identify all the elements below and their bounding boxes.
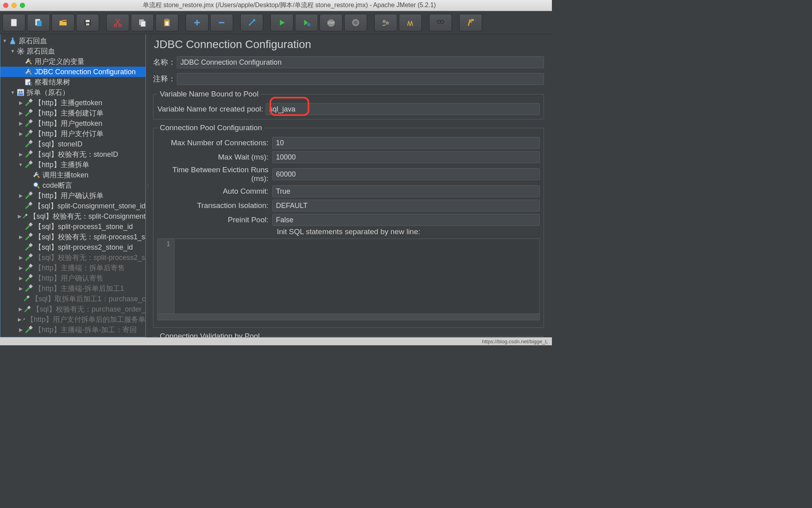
tree-node[interactable]: 【http】主播gettoken: [0, 98, 146, 108]
tree-node[interactable]: 【sql】split-Consignment_stone_id: [0, 201, 146, 211]
pool-field-input[interactable]: DEFAULT: [272, 200, 540, 212]
tree-arrow-icon[interactable]: [2, 38, 8, 44]
window-controls: [3, 3, 25, 8]
toolbar-function-helper-button[interactable]: [459, 14, 482, 31]
tree-node[interactable]: 【http】主播端：拆单后寄售: [0, 263, 146, 273]
pool-field-input[interactable]: False: [272, 214, 540, 226]
tree-node-label: 【sql】校验有无：purchase_order_: [33, 304, 146, 314]
var-name-input[interactable]: sql_java: [266, 103, 540, 115]
toolbar-start-no-pause-button[interactable]: [295, 14, 318, 31]
toolbar-toggle-button[interactable]: [240, 14, 263, 31]
svg-rect-2: [37, 21, 42, 26]
name-input[interactable]: JDBC Connection Configuration: [177, 56, 544, 68]
tree-node-label: 【sql】split-process1_stone_id: [34, 222, 133, 231]
svg-rect-4: [86, 20, 90, 22]
probe-icon: [24, 109, 33, 117]
test-plan-tree[interactable]: 原石回血原石回血用户定义的变量JDBC Connection Configura…: [0, 34, 146, 337]
tree-node[interactable]: 【sql】取拆单后加工1：purchase_c: [0, 294, 146, 304]
tree-node[interactable]: 【sql】split-process1_stone_id: [0, 221, 146, 232]
tree-node[interactable]: 【http】用户gettoken: [0, 118, 146, 129]
tree-node[interactable]: 【http】主播端-拆单后加工1: [0, 283, 146, 294]
tree-node[interactable]: 【http】主播端-拆单-加工：寄回: [0, 325, 146, 335]
probe-icon: [24, 202, 33, 210]
tree-node[interactable]: 【sql】stoneID: [0, 139, 146, 149]
splitter-handle[interactable]: [146, 34, 151, 337]
tree-node[interactable]: 拆单（原石）: [0, 87, 146, 98]
tree-node[interactable]: 用户定义的变量: [0, 56, 146, 67]
tree-node[interactable]: 察看结果树: [0, 77, 146, 87]
pool-field-input[interactable]: True: [272, 185, 540, 197]
zoom-icon[interactable]: [20, 3, 25, 8]
toolbar-paste-button[interactable]: [155, 14, 178, 31]
tree-arrow-icon[interactable]: [18, 234, 23, 240]
tree-arrow-icon[interactable]: [10, 48, 15, 54]
init-sql-editor[interactable]: 1: [157, 239, 540, 314]
tree-node[interactable]: 调用主播token: [0, 170, 146, 180]
toolbar-new-button[interactable]: [2, 14, 25, 31]
toolbar-copy-button[interactable]: [131, 14, 154, 31]
tree-arrow-icon[interactable]: [18, 100, 23, 106]
minimize-icon[interactable]: [11, 3, 17, 8]
svg-point-6: [114, 24, 117, 27]
toolbar-template-button[interactable]: [27, 14, 50, 31]
tree-node[interactable]: 原石回血: [0, 46, 146, 56]
svg-point-37: [34, 183, 38, 187]
tree-node[interactable]: 【http】用户确认寄售: [0, 273, 146, 283]
tree-node[interactable]: 【http】用户支付订单: [0, 129, 146, 139]
toolbar-stop-button[interactable]: STOP: [320, 14, 343, 31]
tree-arrow-icon[interactable]: [18, 162, 23, 167]
tree-node[interactable]: 【http】主播创建订单: [0, 108, 146, 118]
tree-node[interactable]: 【sql】校验有无：purchase_order_: [0, 304, 146, 314]
tree-node[interactable]: 原石回血: [0, 36, 146, 46]
tree-node[interactable]: code断言: [0, 180, 146, 190]
name-label: 名称：: [153, 57, 177, 67]
tree-node[interactable]: 【sql】校验有无：split-Consignment: [0, 211, 146, 221]
tree-arrow-icon[interactable]: [18, 110, 23, 116]
toolbar-save-button[interactable]: [76, 14, 99, 31]
tree-node[interactable]: 【sql】校验有无：stoneID: [0, 149, 146, 160]
close-icon[interactable]: [3, 3, 8, 8]
tree-node[interactable]: 【http】用户确认拆单: [0, 190, 146, 201]
tree-arrow-icon[interactable]: [18, 214, 21, 219]
toolbar-clear-all-button[interactable]: [399, 14, 422, 31]
pool-field-input[interactable]: 10000: [272, 151, 540, 163]
toolbar-expand-button[interactable]: [186, 14, 209, 31]
toolbar-search-button[interactable]: [429, 14, 452, 31]
pool-field-input[interactable]: 10: [272, 137, 540, 149]
tree-node-label: 【http】主播创建订单: [34, 108, 103, 118]
tree-arrow-icon[interactable]: [18, 286, 23, 291]
tree-arrow-icon[interactable]: [10, 90, 15, 95]
tree-arrow-icon[interactable]: [18, 265, 23, 271]
toolbar-collapse-button[interactable]: [210, 14, 233, 31]
toolbar: STOP: [0, 11, 552, 34]
panel-title: JDBC Connection Configuration: [154, 38, 544, 51]
comment-input[interactable]: [177, 73, 544, 85]
toolbar-open-button[interactable]: [52, 14, 75, 31]
toolbar-shutdown-button[interactable]: [344, 14, 367, 31]
tree-arrow-icon[interactable]: [18, 255, 23, 260]
tree-node[interactable]: 【sql】校验有无：split-process2_s: [0, 252, 146, 263]
tree-arrow-icon[interactable]: [18, 327, 23, 333]
probe-icon: [24, 150, 33, 159]
tree-node[interactable]: JDBC Connection Configuration: [0, 67, 146, 77]
tree-arrow-icon[interactable]: [18, 193, 23, 198]
tree-arrow-icon[interactable]: [18, 306, 23, 312]
tree-node[interactable]: 【http】主播拆单: [0, 160, 146, 170]
toolbar-cut-button[interactable]: [106, 14, 129, 31]
pool-field-input[interactable]: 60000: [272, 168, 540, 180]
probe-icon: [24, 98, 33, 107]
tree-arrow-icon[interactable]: [18, 121, 23, 126]
tree-node[interactable]: 【sql】split-process2_stone_id: [0, 242, 146, 252]
tree-arrow-icon[interactable]: [18, 275, 23, 281]
tree-arrow-icon[interactable]: [18, 152, 23, 157]
tree-node[interactable]: 【sql】校验有无：split-process1_s: [0, 232, 146, 242]
horizontal-scrollbar[interactable]: [157, 314, 540, 320]
group-variable-legend: Variable Name Bound to Pool: [157, 90, 261, 98]
tree-arrow-icon[interactable]: [18, 131, 23, 137]
toolbar-clear-button[interactable]: [374, 14, 397, 31]
svg-point-17: [354, 21, 358, 25]
probe-icon: [22, 315, 25, 324]
tree-node[interactable]: 【http】用户支付拆单后的加工服务单: [0, 314, 146, 325]
toolbar-start-button[interactable]: [270, 14, 293, 31]
tree-arrow-icon[interactable]: [18, 317, 21, 322]
